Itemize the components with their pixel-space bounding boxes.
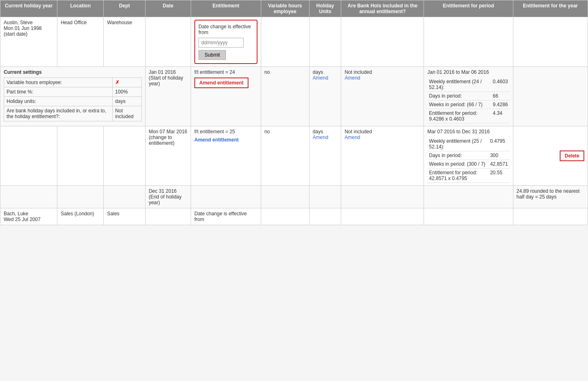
amend-bank-link-3[interactable]: Amend <box>344 135 420 140</box>
date-value-3: Mon 07 Mar 2016 <box>149 129 187 135</box>
entitlement-cell-2: f/t entitlement = 24 Amend entitlement <box>191 67 261 126</box>
settings-table: Variable hours employee: ✗ Part time %: … <box>4 78 142 121</box>
entitlement-period-cell-5 <box>424 208 513 225</box>
date-cell-3: Mon 07 Mar 2016 (change to entitlement) <box>145 126 191 186</box>
weeks-period-value: 9.4286 <box>491 100 510 109</box>
settings-cell: Current settings Variable hours employee… <box>0 67 146 126</box>
dept-cell-5: Sales <box>104 208 145 225</box>
weeks-period-value-3: 42.8571 <box>488 160 509 169</box>
holiday-units-cell-3: days Amend <box>309 126 341 186</box>
employee-start-date: Mon 01 Jun 1998 <box>4 25 54 31</box>
amend-holiday-link-3[interactable]: Amend <box>313 135 338 140</box>
bank-hols-cell <box>341 17 424 67</box>
period-detail-table-3: Weekly entitlement (25 / 52.14): 0.4795 … <box>427 137 509 183</box>
amend-holiday-link[interactable]: Amend <box>313 75 338 81</box>
entitlement-period-cell-3: Mar 07 2016 to Dec 31 2016 Weekly entitl… <box>424 126 513 186</box>
date-value-4: Dec 31 2016 <box>149 188 187 194</box>
table-header: Current holiday year Location Dept Date … <box>0 0 588 17</box>
entitlement-year-cell-4: 24.89 rounded to the nearest half day = … <box>513 186 588 208</box>
entitlement-period-cell-2: Jan 01 2016 to Mar 06 2016 Weekly entitl… <box>424 67 513 126</box>
employee-cell-3 <box>0 126 57 186</box>
dept-cell: Warehouse <box>104 17 145 67</box>
weeks-period-label: Weeks in period: (66 / 7) <box>427 100 491 109</box>
holiday-units-cell-2: days Amend <box>309 67 341 126</box>
bank-hols-status-3: Not included <box>344 129 420 135</box>
weekly-ent-value-3: 0.4795 <box>488 137 509 151</box>
header-variable-hours: Variable hours employee <box>261 0 309 17</box>
bank-hols-cell-4 <box>341 186 424 208</box>
ent-period-value: 4.34 <box>491 109 510 123</box>
table-row: Current settings Variable hours employee… <box>0 67 588 126</box>
weeks-period-label-3: Weeks in period: (300 / 7) <box>427 160 488 169</box>
weekly-ent-label-3: Weekly entitlement (25 / 52.14): <box>427 137 488 151</box>
table-row: Austin, Steve Mon 01 Jun 1998 (start dat… <box>0 17 588 67</box>
date-cell <box>145 17 191 67</box>
header-bank-hols: Are Bank Hols included in the annual ent… <box>341 0 424 17</box>
amend-entitlement-button[interactable]: Amend entitlement <box>194 78 248 88</box>
header-entitlement-year: Entitlement for the year <box>513 0 588 17</box>
header-holiday-units: Holiday Units <box>309 0 341 17</box>
bank-hol-label: Are bank holiday days included in, or ex… <box>4 106 113 121</box>
weekly-ent-value: 0.4603 <box>491 78 510 92</box>
dept-cell-3 <box>104 126 145 186</box>
weekly-ent-label: Weekly entitlement (24 / 52.14): <box>427 78 491 92</box>
entitlement-cell: Date change is effective from Submit <box>191 17 261 67</box>
entitlement-year-cell-3: Delete <box>513 126 588 186</box>
location-cell-5: Sales (London) <box>57 208 104 225</box>
entitlement-cell-5: Date change is effective from <box>191 208 261 225</box>
header-entitlement-period: Entitlement for period <box>424 0 513 17</box>
variable-hours-no-3: no <box>264 129 306 135</box>
header-holiday-year: Current holiday year <box>0 0 57 17</box>
holiday-units-label: Holiday units: <box>4 97 113 106</box>
date-change-label-5: Date change is effective from <box>194 211 258 222</box>
holiday-units-days: days <box>313 69 338 75</box>
location-cell-3 <box>57 126 104 186</box>
date-change-popup: Date change is effective from Submit <box>194 20 258 64</box>
header-date: Date <box>145 0 191 17</box>
holiday-units-cell-4 <box>309 186 341 208</box>
variable-hours-cell-5 <box>261 208 309 225</box>
holiday-units-value: days <box>112 97 141 106</box>
period-dates: Jan 01 2016 to Mar 06 2016 <box>427 69 509 75</box>
employee-cell-5: Bach, Luke Wed 25 Jul 2007 <box>0 208 57 225</box>
entitlement-cell-3: f/t entitlement = 25 Amend entitlement <box>191 126 261 186</box>
holiday-units-cell-5 <box>309 208 341 225</box>
entitlement-text: f/t entitlement = 24 <box>194 69 258 75</box>
date-sub-3: (change to entitlement) <box>149 135 187 146</box>
entitlement-period-cell-4 <box>424 186 513 208</box>
location-cell: Head Office <box>57 17 104 67</box>
ent-period-label: Entitlement for period: 9.4286 x 0.4603 <box>427 109 491 123</box>
days-period-value-3: 300 <box>488 151 509 160</box>
entitlement-cell-4 <box>191 186 261 208</box>
date-cell-2: Jan 01 2016 (Start of holiday year) <box>145 67 191 126</box>
amend-entitlement-button-3[interactable]: Amend entitlement <box>194 137 239 143</box>
table-row: Bach, Luke Wed 25 Jul 2007 Sales (London… <box>0 208 588 225</box>
delete-button[interactable]: Delete <box>560 151 584 161</box>
part-time-label: Part time %: <box>4 87 113 97</box>
entitlement-year-cell-2 <box>513 67 588 126</box>
amend-bank-link[interactable]: Amend <box>344 75 420 81</box>
holiday-units-cell <box>309 17 341 67</box>
location-cell-4 <box>57 186 104 208</box>
period-dates-3: Mar 07 2016 to Dec 31 2016 <box>427 129 509 135</box>
entitlement-text-3: f/t entitlement = 25 <box>194 129 258 135</box>
entitlement-year-cell <box>513 17 588 67</box>
variable-hours-value: ✗ <box>112 78 141 87</box>
date-cell-4: Dec 31 2016 (End of holiday year) <box>145 186 191 208</box>
variable-hours-label: Variable hours employee: <box>4 78 113 87</box>
employee-cell-4 <box>0 186 57 208</box>
days-period-label: Days in period: <box>427 92 491 100</box>
submit-button[interactable]: Submit <box>198 50 226 60</box>
header-dept: Dept <box>104 0 145 17</box>
bank-hol-value: Not included <box>112 106 141 121</box>
employee-name: Austin, Steve <box>4 20 54 25</box>
date-input[interactable] <box>198 38 244 48</box>
date-value: Jan 01 2016 <box>149 69 187 75</box>
ent-period-value-3: 20.55 <box>488 169 509 183</box>
days-period-value: 66 <box>491 92 510 100</box>
entitlement-period-cell <box>424 17 513 67</box>
ent-period-label-3: Entitlement for period: 42.8571 x 0.4795 <box>427 169 488 183</box>
variable-hours-cell-2: no <box>261 67 309 126</box>
variable-hours-cell-3: no <box>261 126 309 186</box>
date-sub: (Start of holiday year) <box>149 75 187 87</box>
